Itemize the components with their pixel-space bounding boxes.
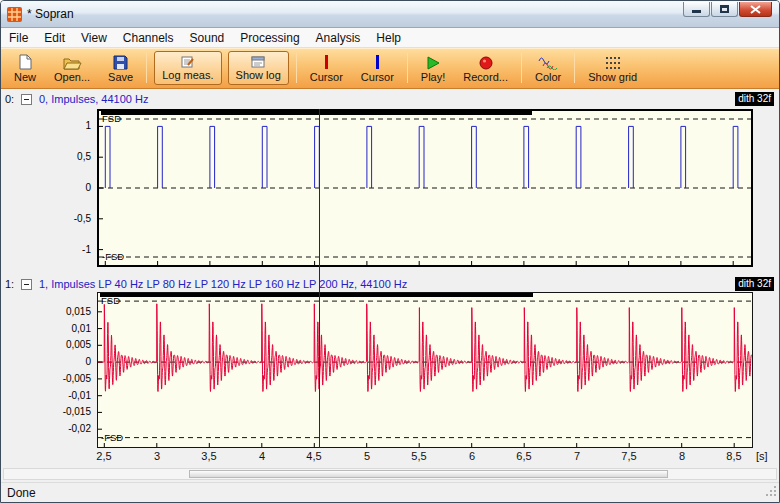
maximize-button[interactable] [711,2,738,17]
title-bar[interactable]: * Sopran [1,1,779,28]
menu-processing[interactable]: Processing [232,29,307,47]
time-axis: [s] 2,533,544,555,566,577,588,5 [97,449,779,465]
x-tick-label: 2,5 [96,450,111,462]
cursor-blue-button-label: Cursor [361,71,394,83]
y-tick-label: 1 [85,120,91,131]
show-log-icon [251,54,265,68]
toolbar-separator [296,53,297,83]
resize-grip-icon[interactable] [765,485,778,501]
menu-channels[interactable]: Channels [115,29,182,47]
y-tick-label: 0,015 [66,306,91,317]
y-axis-labels-0: 10,50-0,5-1 [1,109,94,267]
y-tick-label: -0,5 [74,213,91,224]
selection-bar-0 [101,111,532,115]
app-icon [7,7,22,22]
save-button-label: Save [108,71,133,83]
waveform-plot-1[interactable]: FSD-FSD [97,292,753,448]
minimize-button[interactable] [683,2,710,17]
x-tick-label: 7,5 [621,450,636,462]
channel-1-dither-badge: dith 32f [735,277,774,291]
play-icon [425,53,441,70]
menu-sound[interactable]: Sound [182,29,233,47]
status-bar: Done [1,482,779,502]
toolbar-separator [574,53,575,83]
window-title: * Sopran [27,7,74,21]
y-tick-label: 0,5 [77,151,91,162]
log-meas-icon [181,54,195,68]
x-tick-label: 4 [259,450,265,462]
y-tick-label: 0 [85,182,91,193]
caption-buttons [682,2,772,17]
menu-bar: File Edit View Channels Sound Processing… [1,28,779,48]
channel-0-dither-badge: dith 32f [735,92,774,106]
x-tick-label: 8,5 [726,450,741,462]
x-tick-label: 5,5 [411,450,426,462]
toolbar-separator [407,53,408,83]
svg-text:-FSD: -FSD [102,251,124,262]
save-floppy-icon [113,53,128,70]
close-button[interactable] [739,2,772,17]
waveform-0: FSD-FSD [99,111,751,265]
status-text: Done [7,486,36,500]
horizontal-scrollbar[interactable] [3,468,777,480]
show-log-button-label: Show log [236,69,281,81]
waveform-1: FSD-FSD [98,293,752,447]
minus-icon [24,284,29,285]
channel-1-header: 1: 1, Impulses LP 40 Hz LP 80 Hz LP 120 … [3,276,777,292]
menu-edit[interactable]: Edit [36,29,73,47]
x-tick-label: 6,5 [516,450,531,462]
color-waveform-icon [538,53,558,70]
selection-bar-1 [100,293,533,297]
color-button[interactable]: Color [526,50,570,86]
record-button[interactable]: Record... [454,50,517,86]
color-button-label: Color [535,71,561,83]
menu-file[interactable]: File [1,29,36,47]
new-button[interactable]: New [5,50,45,86]
time-axis-unit: [s] [756,450,768,462]
x-tick-label: 3 [154,450,160,462]
x-tick-label: 7 [574,450,580,462]
channel-1-index: 1: [5,278,21,290]
log-meas-button-label: Log meas. [162,69,213,81]
cursor-red-button-label: Cursor [310,71,343,83]
cursor-red-button[interactable]: Cursor [301,50,352,86]
minimize-icon [692,10,701,13]
x-tick-label: 3,5 [201,450,216,462]
new-button-label: New [14,71,36,83]
waveform-plot-0[interactable]: FSD-FSD [97,109,753,267]
y-tick-label: 0,01 [72,323,91,334]
x-tick-label: 6 [469,450,475,462]
channel-0-title: 0, Impulses, 44100 Hz [39,93,148,105]
channel-1-title: 1, Impulses LP 40 Hz LP 80 Hz LP 120 Hz … [39,278,407,290]
y-tick-label: -0,015 [63,406,91,417]
red-cursor-icon [322,53,330,70]
log-meas-button[interactable]: Log meas. [154,51,221,85]
menu-help[interactable]: Help [368,29,409,47]
collapse-channel-0-button[interactable] [21,94,32,105]
y-tick-label: 0,005 [66,339,91,350]
record-icon [478,53,494,70]
x-tick-label: 5 [364,450,370,462]
close-icon [750,5,761,14]
show-log-button[interactable]: Show log [228,51,289,85]
scrollbar-thumb[interactable] [189,470,668,478]
svg-text:-FSD: -FSD [101,432,123,443]
y-tick-label: 0 [85,356,91,367]
toolbar: New Open... Save Log meas. Show log Curs… [1,48,779,89]
grid-icon [605,53,621,70]
show-grid-button[interactable]: Show grid [579,50,646,86]
y-axis-labels-1: 0,0150,010,0050-0,005-0,01-0,015-0,02 [1,292,94,448]
maximize-icon [720,5,729,13]
y-tick-label: -0,01 [68,390,91,401]
menu-analysis[interactable]: Analysis [308,29,369,47]
app-window: * Sopran File Edit View Channels Sound P… [0,0,780,503]
cursor-blue-button[interactable]: Cursor [352,50,403,86]
save-button[interactable]: Save [99,50,142,86]
cursor-line[interactable] [319,109,320,448]
menu-view[interactable]: View [73,29,115,47]
play-button[interactable]: Play! [412,50,454,86]
y-tick-label: -0,005 [63,373,91,384]
client-area: 0: 0, Impulses, 44100 Hz dith 32f 10,50-… [1,89,779,482]
open-button[interactable]: Open... [45,50,99,86]
collapse-channel-1-button[interactable] [21,279,32,290]
